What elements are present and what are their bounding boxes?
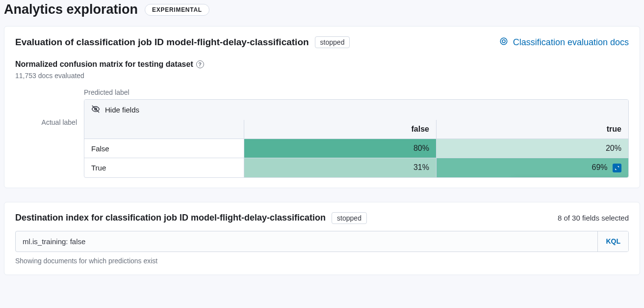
search-input[interactable] <box>16 231 597 252</box>
row-header-true: True <box>84 158 244 177</box>
svg-point-1 <box>502 40 505 43</box>
table-row: True 31% 69% 2038 / 2952 * 100 = 69% <box>84 158 628 177</box>
evaluation-panel: Evaluation of classification job ID mode… <box>4 26 640 188</box>
expand-icon[interactable] <box>613 164 621 172</box>
hide-fields-label: Hide fields <box>105 106 139 114</box>
actual-label: Actual label <box>15 88 84 127</box>
status-badge: stopped <box>315 36 350 48</box>
page-header: Analytics exploration EXPERIMENTAL <box>4 0 640 26</box>
confusion-matrix-heading: Normalized confusion matrix for testing … <box>15 60 629 69</box>
matrix-cell[interactable]: 80% <box>244 139 436 158</box>
table-row: False 80% 20% <box>84 139 628 158</box>
row-header-false: False <box>84 139 244 158</box>
kql-button[interactable]: KQL <box>597 231 628 252</box>
confusion-matrix-heading-text: Normalized confusion matrix for testing … <box>15 60 193 69</box>
matrix-header-empty <box>84 120 244 139</box>
hide-fields-button[interactable]: Hide fields <box>84 100 628 120</box>
docs-link-label: Classification evaluation docs <box>513 37 629 48</box>
destination-title: Destination index for classification job… <box>15 213 326 223</box>
help-icon <box>499 37 508 48</box>
docs-link[interactable]: Classification evaluation docs <box>499 37 629 48</box>
matrix-cell-value: 69% <box>592 163 608 171</box>
experimental-badge: EXPERIMENTAL <box>145 4 209 16</box>
svg-point-0 <box>500 38 507 45</box>
eye-off-icon <box>91 105 100 115</box>
status-badge: stopped <box>332 212 367 224</box>
confusion-matrix-table: Hide fields false true False 80% 20% Tru… <box>84 99 629 178</box>
query-bar: KQL <box>15 231 629 252</box>
col-header-false[interactable]: false <box>244 120 436 139</box>
evaluation-title: Evaluation of classification job ID mode… <box>15 37 309 48</box>
destination-panel: Destination index for classification job… <box>4 202 640 275</box>
predictions-help-text: Showing documents for which predictions … <box>15 257 629 265</box>
matrix-cell[interactable]: 31% <box>244 158 436 177</box>
docs-evaluated-count: 11,753 docs evaluated <box>15 72 629 80</box>
predicted-label: Predicted label <box>84 88 629 96</box>
matrix-cell[interactable]: 20% <box>436 139 628 158</box>
matrix-header-row: false true <box>84 120 628 139</box>
page-title: Analytics exploration <box>4 2 138 17</box>
fields-selected-count: 8 of 30 fields selected <box>558 214 629 222</box>
matrix-cell-selected[interactable]: 69% 2038 / 2952 * 100 = 69% <box>436 158 628 177</box>
col-header-true[interactable]: true <box>436 120 628 139</box>
question-icon[interactable]: ? <box>196 60 204 68</box>
